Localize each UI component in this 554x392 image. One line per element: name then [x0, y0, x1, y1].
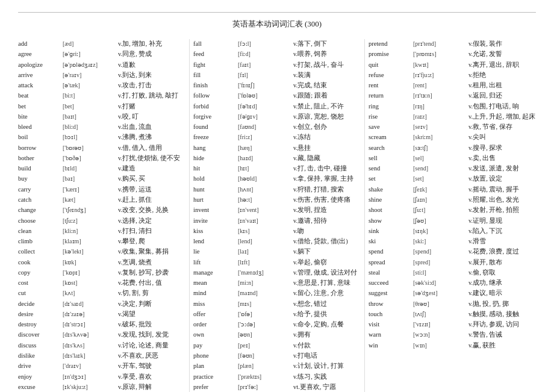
- word-phonetic: [hɪt]: [238, 164, 292, 173]
- word-phonetic: [raɪz]: [413, 112, 467, 122]
- word-chinese: v.偷, 窃取: [468, 268, 536, 278]
- word-english: buy: [18, 174, 61, 184]
- word-english: quit: [369, 60, 412, 70]
- table-row: cook[kʊk]v.烹调, 烧煮: [18, 258, 185, 267]
- word-chinese: v.意思是, 打算, 意味: [293, 278, 361, 288]
- word-phonetic: [faʊnd]: [238, 122, 292, 132]
- word-english: pretend: [369, 39, 412, 49]
- word-phonetic: [bet]: [63, 102, 117, 111]
- table-row: add[æd]v.加, 增加, 补充: [18, 39, 185, 49]
- word-phonetic: [seɪv]: [413, 122, 467, 132]
- table-row: sell[sel]v.卖, 出售: [369, 154, 536, 163]
- word-chinese: v.租用, 出租: [468, 81, 536, 90]
- word-phonetic: [prɪ'fəː]: [238, 382, 292, 392]
- table-row: manage['mænɪdʒ]v.管理, 做成, 设法对付: [193, 268, 361, 278]
- word-chinese: v.沸腾, 煮沸: [118, 132, 185, 142]
- table-row: touch[tʌtʃ]v.触摸, 感动, 接触: [369, 310, 536, 319]
- word-chinese: v.证明, 显现: [468, 216, 536, 226]
- word-chinese: v.烹调, 烧煮: [118, 258, 185, 267]
- word-phonetic: [bɪld]: [63, 164, 117, 173]
- word-chinese: v.开车, 驾驶: [118, 361, 185, 371]
- word-chinese: v.原谅, 宽恕, 饶恕: [293, 112, 361, 122]
- table-row: dislike[dɪs'laɪk]v.不喜欢, 厌恶: [18, 351, 185, 361]
- word-phonetic: [ɪk'skjuːz]: [63, 382, 117, 392]
- word-phonetic: [ə'pɒlədʒaɪz]: [63, 60, 117, 70]
- table-row: scream[skriːm]v.尖叫: [369, 132, 536, 142]
- table-row: suggest[sə'dʒest]v.建议, 暗示: [369, 288, 536, 298]
- table-row: lend[lend]v.借给, 贷款, 借(出): [193, 237, 361, 246]
- word-phonetic: [ɪn'dʒɔɪ]: [63, 372, 117, 382]
- word-phonetic: [ɪn'vent]: [238, 205, 292, 215]
- table-row: order['ɔːdə]v.命令, 定购, 点餐: [193, 320, 361, 329]
- word-chinese: v.允诺, 发誓: [468, 49, 536, 59]
- word-chinese: v.发送, 派遣, 发射: [468, 164, 536, 173]
- word-chinese: v.举起, 偷窃: [293, 258, 361, 267]
- word-english: feed: [193, 49, 237, 59]
- word-english: sell: [369, 154, 412, 163]
- word-chinese: v.抛, 投, 扔, 掷: [468, 299, 536, 309]
- table-row: prefer[prɪ'fəː]vt.更喜欢, 宁愿: [193, 382, 361, 392]
- table-row: copy['kɒpɪ]v.复制, 抄写, 抄袭: [18, 268, 185, 278]
- table-row: miss[mɪs]v.想念, 错过: [193, 299, 361, 309]
- table-row: excuse[ɪk'skjuːz]v.原谅, 辩解: [18, 382, 185, 392]
- word-phonetic: [kwɪt]: [413, 60, 467, 70]
- word-english: show: [369, 216, 412, 226]
- word-chinese: v.发明, 捏造: [293, 205, 361, 215]
- word-chinese: v.建造: [118, 164, 185, 173]
- table-row: change['tʃeɪndʒ]v.改变, 交换, 兑换: [18, 205, 185, 215]
- table-row: shoot[ʃuːt]v.发射, 开枪, 拍照: [369, 205, 536, 215]
- table-row: desire[dɪ'zaɪə]v.渴望: [18, 310, 185, 319]
- word-english: clean: [18, 226, 61, 236]
- word-english: beat: [18, 91, 61, 101]
- word-chinese: v.打架, 战斗, 奋斗: [293, 60, 361, 70]
- word-chinese: v.悬挂: [293, 143, 361, 153]
- word-phonetic: [tʃuːz]: [63, 216, 117, 226]
- table-row: own[əʊn]v.拥有: [193, 330, 361, 340]
- word-english: arrive: [18, 70, 61, 80]
- word-english: rent: [369, 81, 412, 90]
- word-english: pay: [193, 341, 237, 350]
- word-phonetic: [spred]: [413, 258, 467, 267]
- word-chinese: v.放置, 设定: [468, 174, 536, 184]
- word-chinese: v.落下, 倒下: [293, 39, 361, 49]
- word-chinese: v.赶上, 抓住: [118, 195, 185, 205]
- table-row: show[ʃəʊ]v.证明, 显现: [369, 216, 536, 226]
- word-chinese: v.拥有: [293, 330, 361, 340]
- word-chinese: v.携带, 运送: [118, 185, 185, 194]
- word-phonetic: ['mænɪdʒ]: [238, 268, 292, 278]
- word-english: lift: [193, 258, 237, 267]
- table-row: refuse[rɪ'fjuːz]v.拒绝: [369, 70, 536, 80]
- word-english: shoot: [369, 205, 412, 215]
- table-row: lift[lɪft]v.举起, 偷窃: [193, 258, 361, 267]
- word-english: fall: [193, 39, 237, 49]
- table-row: borrow['bɒrəʊ]v.借, 借入, 借用: [18, 143, 185, 153]
- word-phonetic: ['bɒðə]: [63, 154, 117, 163]
- word-english: decide: [18, 299, 61, 309]
- word-english: climb: [18, 237, 61, 246]
- word-phonetic: [sɜːtʃ]: [413, 143, 467, 153]
- word-chinese: v.打, 击, 击中, 碰撞: [293, 164, 361, 173]
- word-english: carry: [18, 185, 61, 194]
- word-english: apologize: [18, 60, 61, 70]
- word-english: catch: [18, 195, 61, 205]
- table-row: kiss[kɪs]v.吻: [193, 226, 361, 236]
- word-chinese: v.搜寻, 探求: [468, 143, 536, 153]
- word-chinese: v.留心, 注意, 介意: [293, 288, 361, 298]
- table-row: quit[kwɪt]v.离开, 退出, 辞职: [369, 60, 536, 70]
- word-phonetic: [hʌnt]: [238, 185, 292, 194]
- word-english: touch: [369, 310, 412, 319]
- word-english: discover: [18, 330, 61, 340]
- word-english: bleed: [18, 122, 61, 132]
- word-phonetic: [fə'bɪd]: [238, 102, 292, 111]
- word-english: hide: [193, 154, 237, 163]
- word-english: spend: [369, 247, 412, 257]
- word-english: borrow: [18, 143, 61, 153]
- word-english: hang: [193, 143, 237, 153]
- word-english: follow: [193, 91, 237, 101]
- table-row: hurt[həːt]v.伤害, 伤害, 使疼痛: [193, 195, 361, 205]
- word-phonetic: [ɪn'vaɪt]: [238, 216, 292, 226]
- table-row: rent[rent]v.租用, 出租: [369, 81, 536, 90]
- word-chinese: v.攀登, 爬: [118, 237, 185, 246]
- word-english: agree: [18, 49, 61, 59]
- table-row: set[set]v.放置, 设定: [369, 174, 536, 184]
